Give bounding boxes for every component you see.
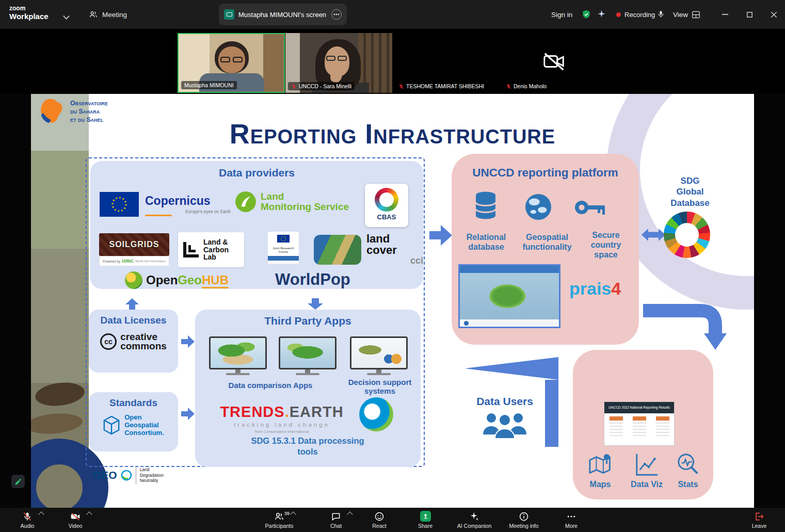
trends-earth: EARTH: [290, 404, 344, 420]
pencil-icon: [14, 478, 22, 486]
video-options-caret[interactable]: [86, 511, 92, 517]
react-button[interactable]: React: [359, 508, 400, 532]
view-grid-icon: [692, 11, 700, 19]
share-button[interactable]: Share: [405, 508, 446, 532]
avatar-glasses: [220, 57, 230, 62]
react-label: React: [372, 523, 386, 529]
avatar-glasses: [326, 56, 335, 61]
arrow-right-large-icon: [429, 225, 452, 246]
avatar-glasses: [233, 57, 243, 62]
data-users-icon: [481, 410, 528, 440]
trends-earth-logo: TRENDS.EARTH tracking land change from C…: [216, 404, 348, 434]
meeting-toolbar: Audio Video 39 Participants Chat React: [0, 508, 785, 532]
participant-name: UNCCD - Sara Minelli: [288, 82, 355, 90]
stats-label: Stats: [671, 480, 705, 489]
database-icon: [474, 191, 497, 220]
un-emblem-icon: [464, 321, 469, 326]
recording-indicator[interactable]: Recording: [616, 0, 655, 29]
shared-screen: Observatoire du Sahara et du Sahel Repor…: [0, 94, 785, 508]
react-smiley-icon: [374, 511, 385, 522]
meeting-info-label: Meeting info: [509, 523, 538, 529]
ai-companion-label: AI Companion: [457, 523, 492, 529]
cbas-name: CBAS: [365, 213, 408, 221]
participants-options-caret[interactable]: [290, 511, 296, 517]
tab-shared-screen-label: Mustapha MIMOUNI's screen: [238, 11, 326, 19]
titlebar: zoom Workplace Meeting Mustapha MIMOUNI'…: [0, 0, 785, 29]
tab-shared-screen[interactable]: Mustapha MIMOUNI's screen: [219, 4, 347, 25]
data-providers-title: Data providers: [90, 167, 423, 179]
sdg-wheel-icon: [664, 212, 710, 258]
participant-name: Denis Maholo: [503, 82, 550, 90]
audio-button[interactable]: Audio: [7, 508, 48, 532]
video-button[interactable]: Video: [55, 508, 96, 532]
cbas-swirl-icon: [375, 188, 398, 212]
tab-options-icon[interactable]: [331, 9, 342, 20]
trends-sub: tracking land change: [216, 422, 348, 428]
stats-icon: [675, 451, 701, 477]
video-tile-denis[interactable]: Denis Maholo: [500, 33, 607, 93]
report-screenshot: UNCCD 2022 National Reporting Results: [604, 401, 675, 446]
ogh-hub: HUB: [202, 273, 229, 288]
mic-muted-icon: [22, 511, 33, 522]
participants-button[interactable]: 39 Participants: [259, 508, 300, 532]
ogc-text: Open Geospatial Consortium.: [124, 414, 164, 437]
participant-name: TESHOME TAMIRAT SHIBESHI: [395, 82, 487, 90]
monitor-1: [209, 336, 267, 375]
minimize-button[interactable]: [717, 7, 733, 22]
data-viz-icon: [634, 452, 660, 478]
participants-label: Participants: [265, 523, 294, 529]
dataviz-label: Data Viz: [627, 480, 667, 489]
copernicus-name: Copernicus: [145, 194, 231, 208]
mic-muted-icon: [506, 84, 511, 89]
data-licenses-title: Data Licenses: [89, 315, 178, 326]
recording-dot-icon: [616, 12, 621, 17]
feature-geospatial: Geospatial functionality: [517, 232, 578, 252]
chat-button[interactable]: Chat: [315, 508, 357, 532]
trends-dot: .: [285, 404, 290, 420]
video-tile-mustapha[interactable]: Mustapha MIMOUNI: [178, 33, 285, 93]
eu-flag-icon: [100, 192, 139, 219]
tab-meeting[interactable]: Meeting: [89, 0, 127, 29]
meeting-info-button[interactable]: Meeting info: [503, 508, 544, 532]
isric-name: ISRIC: [122, 259, 134, 264]
maximize-button[interactable]: [742, 7, 757, 22]
prais-text: prais: [569, 279, 611, 298]
jrc-logo: Joint Research Centre: [267, 231, 299, 264]
jrc-flag-icon: [277, 235, 290, 243]
cbas-logo: CBAS: [365, 184, 408, 227]
camera-off-icon: [542, 50, 566, 75]
ai-companion-button[interactable]: AI Companion: [454, 508, 495, 532]
sparkle-icon[interactable]: [597, 9, 606, 21]
sign-in-button[interactable]: Sign in: [551, 0, 572, 29]
creative-commons-logo: cc creative commons: [89, 332, 178, 351]
mic-muted-icon: [398, 84, 404, 89]
arrow-elbow-down-icon: [640, 299, 729, 352]
meeting-icon: [89, 10, 98, 19]
annotate-button[interactable]: [11, 475, 25, 488]
share-screen-icon: [420, 511, 431, 522]
lcl-bracket-icon: [183, 242, 199, 257]
more-button[interactable]: More: [551, 508, 592, 532]
chat-options-caret[interactable]: [347, 511, 353, 517]
close-button[interactable]: [766, 7, 781, 22]
chevron-down-icon[interactable]: [64, 11, 69, 21]
view-label: View: [673, 11, 688, 19]
report-screenshot-title: UNCCD 2022 National Reporting Results: [604, 402, 674, 413]
arrow-double-icon: [642, 226, 665, 244]
monitor-3: [350, 336, 408, 375]
standards-box: Standards Open Geospatial Consortium.: [89, 392, 178, 452]
lms-leaf-icon: [235, 191, 257, 213]
third-party-apps-title: Third Party Apps: [195, 315, 421, 327]
security-shield-icon[interactable]: [581, 9, 591, 22]
audio-options-caret[interactable]: [38, 511, 44, 517]
video-tile-sara[interactable]: UNCCD - Sara Minelli: [285, 33, 392, 93]
view-button[interactable]: View: [673, 0, 700, 29]
video-tile-teshome[interactable]: TESHOME TAMIRAT SHIBESHI: [393, 33, 500, 93]
worldpop-logo: WorldPop: [275, 270, 350, 289]
soilgrids-name: SOILGRIDS: [109, 240, 159, 249]
lcl-name: Land & Carbon Lab: [203, 238, 229, 261]
participants-count-badge: 39: [284, 510, 290, 516]
third-party-apps-box: Third Party Apps Data comparison Apps De…: [195, 310, 421, 467]
copernicus-sub: Europe's eyes on Earth: [145, 209, 231, 214]
leave-button[interactable]: Leave: [739, 508, 780, 532]
